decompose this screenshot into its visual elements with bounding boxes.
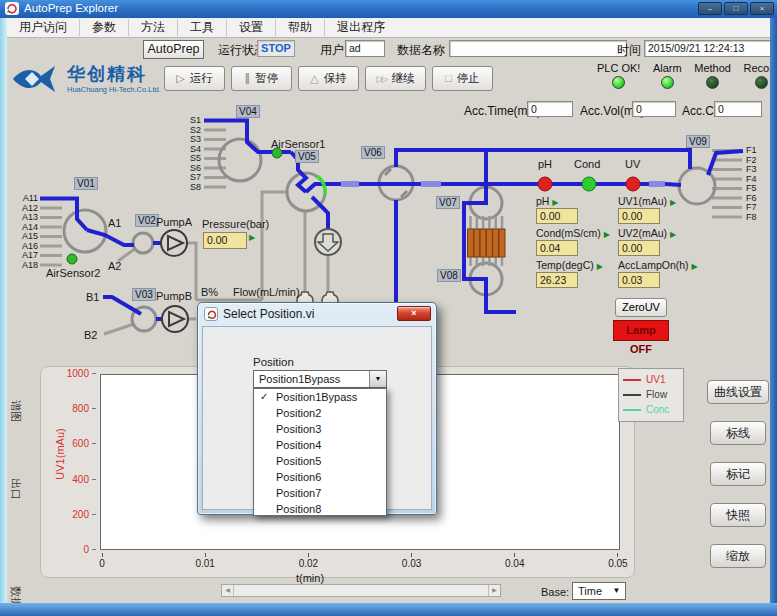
readout-label: AccLampOn(h) ▶ — [618, 259, 708, 272]
menu-bar: 用户访问参数方法工具设置帮助退出程序 — [7, 18, 770, 38]
base-dropdown[interactable]: Time ▼ — [572, 582, 626, 600]
lamp-off-button[interactable]: Lamp OFF — [613, 320, 669, 341]
title-bar: AutoPrep Explorer – □ × — [0, 0, 777, 18]
position-option[interactable]: Position4 — [254, 437, 386, 453]
position-option[interactable]: Position6 — [254, 469, 386, 485]
status-indicator-label: PLC OK! — [597, 62, 640, 74]
position-option[interactable]: Position7 — [254, 485, 386, 501]
valve-label-v09[interactable]: V09 — [686, 135, 710, 148]
valve-label-v08[interactable]: V08 — [437, 269, 461, 282]
chart-tool-button[interactable]: 快照 — [710, 503, 766, 527]
ph-inline-label: pH — [538, 158, 552, 170]
chevron-down-icon[interactable]: ▼ — [369, 371, 386, 387]
injection-valve — [315, 229, 341, 255]
position-option[interactable]: Position2 — [254, 405, 386, 421]
dialog-close-button[interactable]: × — [397, 306, 431, 321]
chart-tool-button[interactable]: 标线 — [710, 421, 766, 445]
brand-logo: 华创精科 HuaChuang Hi-Tech.Co.Ltd. — [11, 63, 161, 95]
run-control-button[interactable]: 保持 — [298, 66, 359, 91]
indicator-arrow-icon: ▶ — [670, 198, 676, 207]
y-tick-label: 800 — [52, 402, 96, 416]
chart-legend: UV1 Flow Conc — [618, 368, 684, 422]
y-tick-label: 1000 — [52, 367, 96, 381]
position-option[interactable]: Position8 — [254, 501, 386, 517]
menu-item[interactable]: 用户访问 — [7, 19, 79, 36]
menu-item[interactable]: 帮助 — [275, 19, 324, 36]
port-a2-label: A2 — [108, 260, 121, 272]
readout-label: Temp(degC) ▶ — [536, 259, 616, 272]
run-control-icon — [377, 73, 387, 85]
pump-b-label: PumpB — [156, 290, 192, 302]
position-option[interactable]: ✓ Position1Bypass — [254, 389, 386, 405]
legend-entry: Conc — [623, 402, 679, 417]
indicator-arrow-icon: ▶ — [604, 230, 610, 239]
scrollbar-right-icon[interactable]: ▶ — [488, 585, 500, 596]
select-position-dialog: Select Position.vi × Position Position1B… — [197, 302, 437, 515]
readout: Temp(degC) ▶ 26.23 — [536, 259, 616, 288]
menu-item[interactable]: 参数 — [79, 19, 128, 36]
run-control-label: 继续 — [391, 71, 414, 86]
valve-label-v03[interactable]: V03 — [132, 288, 156, 301]
position-option-label: Position5 — [276, 455, 321, 467]
valve-label-v06[interactable]: V06 — [361, 146, 385, 159]
valve-label-v07[interactable]: V07 — [436, 196, 460, 209]
left-tab-1[interactable]: 谱图 — [9, 397, 23, 425]
position-dropdown[interactable]: Position1Bypass ▼ — [253, 370, 387, 388]
a-port-labels: A11A12A13A14A15A16A17A18 — [15, 194, 38, 270]
position-label: Position — [253, 356, 294, 368]
acc-time-field[interactable]: 0 — [527, 101, 573, 117]
run-control-button[interactable]: 停止 — [432, 66, 493, 91]
run-control-button[interactable]: 运行 — [164, 66, 225, 91]
valve-label-v05[interactable]: V05 — [295, 150, 319, 163]
window-frame-bottom — [0, 603, 777, 616]
readouts-right: UV1(mAu) ▶ 0.00 UV2(mAu) ▶ 0.00 AccLampO… — [618, 195, 708, 291]
user-field[interactable]: ad — [345, 40, 385, 57]
menu-item[interactable]: 退出程序 — [324, 19, 397, 36]
acc-vol-field[interactable]: 0 — [632, 101, 676, 117]
uv-sensor-dot — [626, 177, 640, 191]
valve-label-v01[interactable]: V01 — [74, 177, 98, 190]
valve-label-v04[interactable]: V04 — [236, 105, 260, 118]
readout-value: 0.03 — [618, 272, 660, 288]
chart-tool-button[interactable]: 曲线设置 — [707, 380, 769, 404]
menu-item[interactable]: 设置 — [226, 19, 275, 36]
readout-value: 26.23 — [536, 272, 578, 288]
readout-value: 0.00 — [618, 208, 660, 224]
window-frame-right — [770, 18, 777, 603]
minimize-button[interactable]: – — [698, 2, 722, 15]
y-axis-title: UV1(mAu) — [54, 424, 66, 484]
run-control-icon — [176, 73, 184, 84]
x-axis-ticks: 00.010.020.030.040.05 — [82, 553, 638, 569]
status-led-icon — [706, 76, 719, 89]
valve-v01[interactable] — [64, 210, 106, 252]
readout-value: 0.00 — [618, 240, 660, 256]
pressure-field: 0.00 — [203, 232, 247, 249]
chart-scrollbar[interactable]: ◀ ▶ — [221, 584, 501, 597]
run-control-button[interactable]: 继续 — [365, 66, 426, 91]
status-indicators: PLC OK! Alarm Method Record — [597, 62, 777, 89]
run-control-button[interactable]: 暂停 — [231, 66, 292, 91]
maximize-button[interactable]: □ — [724, 2, 748, 15]
menu-item[interactable]: 工具 — [177, 19, 226, 36]
scrollbar-left-icon[interactable]: ◀ — [222, 585, 234, 596]
user-label: 用户 — [320, 42, 344, 59]
autoprep-button[interactable]: AutoPrep — [143, 40, 204, 59]
position-option-label: Position7 — [276, 487, 321, 499]
chart-tool-button[interactable]: 缩放 — [710, 544, 766, 568]
readout-value: 0.00 — [536, 208, 578, 224]
air-sensor-2-led — [67, 254, 77, 264]
zero-uv-button[interactable]: ZeroUV — [615, 298, 667, 317]
cond-inline-label: Cond — [574, 158, 600, 170]
position-option[interactable]: Position3 — [254, 421, 386, 437]
position-option[interactable]: Position5 — [254, 453, 386, 469]
flow-label: Flow(mL/min) — [233, 286, 300, 298]
close-button[interactable]: × — [750, 2, 774, 15]
dataset-field[interactable] — [449, 40, 627, 57]
menu-item[interactable]: 方法 — [128, 19, 177, 36]
valve-v02[interactable] — [133, 233, 153, 253]
acc-cv-field[interactable]: 0 — [714, 101, 762, 117]
x-tick-label: 0.03 — [392, 553, 432, 569]
dialog-icon — [204, 307, 218, 321]
left-tab-2[interactable]: 出口 — [9, 475, 23, 503]
chart-tool-button[interactable]: 标记 — [710, 462, 766, 486]
